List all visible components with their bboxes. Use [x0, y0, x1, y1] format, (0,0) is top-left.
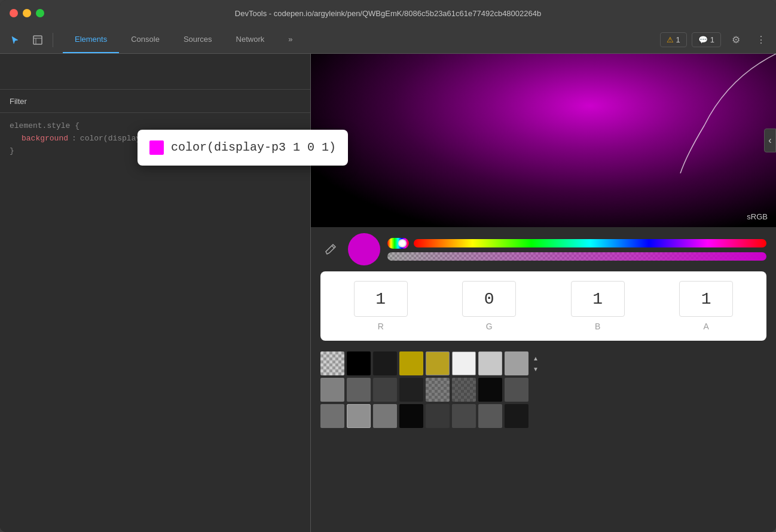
hue-slider[interactable] [414, 239, 766, 247]
more-options-button[interactable]: ⋮ [751, 30, 771, 50]
styles-code-area: element.style { background : color(displ… [0, 113, 310, 164]
swatches-row-1: ▲ ▼ [320, 351, 766, 375]
swatch-very-dark[interactable] [399, 404, 423, 428]
tooltip-color-text: color(display-p3 1 0 1) [171, 138, 336, 157]
hue-toggle-knob [398, 239, 407, 247]
swatch-gray1[interactable] [505, 351, 528, 375]
tab-more[interactable]: » [276, 26, 304, 53]
gear-icon: ⚙ [732, 34, 740, 45]
tab-elements[interactable]: Elements [63, 26, 119, 53]
main-content: element.style { background : color(displ… [0, 54, 776, 532]
channel-b-label: B [595, 322, 600, 331]
maximize-button[interactable] [36, 9, 44, 17]
messages-button[interactable]: 💬 1 [692, 32, 721, 47]
swatch-black[interactable] [347, 351, 371, 375]
color-picker-panel: sRGB ‹ [311, 54, 776, 532]
swatch-dark5[interactable] [505, 404, 528, 428]
swatch-check2[interactable] [426, 378, 450, 402]
swatch-gray8[interactable] [347, 404, 371, 428]
code-selector-text: element.style { [10, 121, 80, 130]
channel-b-value: 1 [592, 290, 603, 308]
hue-toggle[interactable] [387, 238, 409, 249]
warning-icon: ⚠ [667, 35, 674, 44]
swatches-grid: ▲ ▼ [320, 351, 766, 428]
swatches-area: ▲ ▼ [311, 347, 776, 532]
warnings-button[interactable]: ⚠ 1 [660, 32, 687, 47]
filter-bar [0, 90, 310, 113]
swatch-gray4[interactable] [373, 378, 397, 402]
swatch-transparent[interactable] [320, 351, 344, 375]
channel-g-group: 0 G [462, 281, 516, 331]
devtools-window: DevTools - codepen.io/argyleink/pen/QWBg… [0, 0, 776, 532]
warning-count: 1 [676, 35, 680, 44]
channel-a-input[interactable]: 1 [679, 281, 733, 317]
swatch-gold1[interactable] [399, 351, 423, 375]
left-panel-empty [0, 164, 310, 532]
swatch-gray3[interactable] [347, 378, 371, 402]
swatch-dark4[interactable] [478, 404, 502, 428]
channel-g-input[interactable]: 0 [462, 281, 516, 317]
colon: : [72, 133, 77, 145]
tab-network[interactable]: Network [224, 26, 277, 53]
channel-a-group: 1 A [679, 281, 733, 331]
eyedropper-button[interactable] [320, 239, 341, 259]
left-panel: element.style { background : color(displ… [0, 54, 311, 532]
settings-button[interactable]: ⚙ [726, 30, 746, 50]
swatch-gray6[interactable] [505, 378, 528, 402]
swatch-gray2[interactable] [320, 378, 344, 402]
filter-input[interactable] [10, 97, 301, 106]
color-sliders [387, 238, 766, 261]
swatch-gold2[interactable] [426, 351, 450, 375]
swatch-gray7[interactable] [320, 404, 344, 428]
inspect-icon[interactable] [28, 30, 48, 50]
color-preview-area[interactable]: sRGB ‹ [311, 54, 776, 227]
swatches-scroll-controls: ▲ ▼ [531, 353, 540, 374]
closing-brace: } [10, 146, 14, 155]
minimize-button[interactable] [23, 9, 31, 17]
scroll-down-button[interactable]: ▼ [531, 364, 540, 374]
channel-r-label: R [378, 322, 384, 331]
dom-tree-area [0, 54, 310, 90]
svg-rect-0 [33, 36, 42, 44]
devtools-toolbar: Elements Console Sources Network » ⚠ 1 💬 [0, 26, 776, 54]
channel-r-input[interactable]: 1 [354, 281, 408, 317]
traffic-lights [10, 9, 44, 17]
swatch-dark3[interactable] [452, 404, 476, 428]
hue-slider-row [387, 238, 766, 249]
gamut-curve [656, 54, 776, 173]
channel-b-input[interactable]: 1 [571, 281, 625, 317]
channel-b-group: 1 B [571, 281, 625, 331]
color-tooltip-popup: color(display-p3 1 0 1) [138, 130, 348, 166]
property-name: background [22, 133, 68, 145]
tab-sources[interactable]: Sources [172, 26, 224, 53]
cursor-icon[interactable] [5, 30, 25, 50]
window-title: DevTools - codepen.io/argyleink/pen/QWBg… [235, 9, 541, 18]
channel-a-value: 1 [701, 290, 711, 308]
tab-console[interactable]: Console [119, 26, 172, 53]
swatch-near-black[interactable] [478, 378, 502, 402]
color-gradient[interactable]: sRGB [311, 54, 776, 227]
color-channels: 1 R 0 G 1 B [330, 281, 757, 331]
swatch-light1[interactable] [478, 351, 502, 375]
swatch-white[interactable] [452, 351, 476, 375]
color-circle-preview[interactable] [348, 233, 380, 265]
channel-r-value: 1 [375, 290, 386, 308]
message-count: 1 [710, 35, 714, 44]
titlebar: DevTools - codepen.io/argyleink/pen/QWBg… [0, 0, 776, 26]
tooltip-color-swatch[interactable] [149, 140, 164, 155]
message-icon: 💬 [698, 35, 708, 44]
swatch-dark1[interactable] [373, 351, 397, 375]
color-controls-row [311, 227, 776, 271]
collapse-panel-button[interactable]: ‹ [764, 129, 776, 152]
scroll-up-button[interactable]: ▲ [531, 353, 540, 363]
swatch-gray5[interactable] [399, 378, 423, 402]
channel-g-label: G [486, 322, 493, 331]
close-button[interactable] [10, 9, 18, 17]
alpha-slider[interactable] [387, 252, 766, 261]
channel-g-value: 0 [484, 290, 494, 308]
toolbar-divider [53, 33, 53, 47]
swatch-check3[interactable] [452, 378, 476, 402]
color-inputs-panel: 1 R 0 G 1 B [320, 271, 766, 341]
swatch-dark2[interactable] [426, 404, 450, 428]
swatch-gray9[interactable] [373, 404, 397, 428]
